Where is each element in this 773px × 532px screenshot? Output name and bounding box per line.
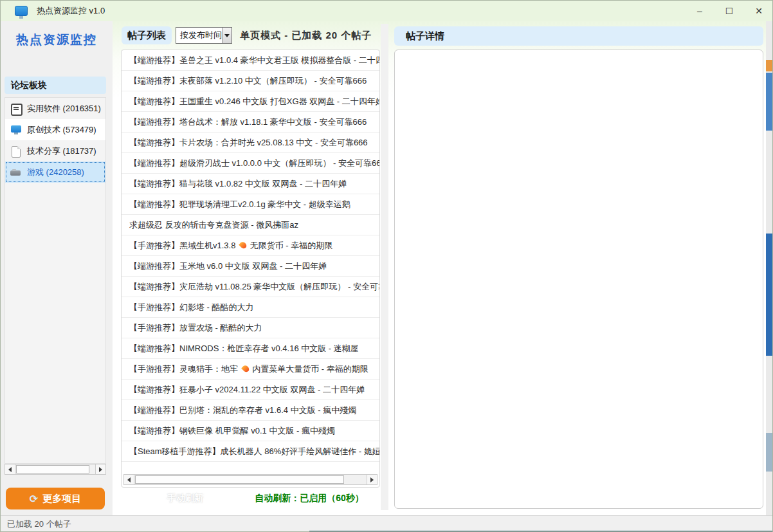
sidebar-item-icon bbox=[10, 167, 22, 178]
window-title: 热点资源监控 v1.0 bbox=[37, 5, 105, 17]
post-list-item[interactable]: 【端游推荐】圣兽之王 v1.0.4 豪华中文君王版 模拟器整合版 - 二十四年婵 bbox=[122, 50, 379, 71]
sidebar-item-icon bbox=[10, 145, 22, 157]
sidebar-horizontal-scrollbar[interactable] bbox=[5, 464, 106, 475]
triangle-right-icon bbox=[99, 467, 102, 472]
post-list-horizontal-scrollbar[interactable] bbox=[123, 474, 377, 485]
triangle-left-icon bbox=[127, 477, 131, 482]
post-list-item[interactable]: 【端游推荐】猫与花毯 v1.0.82 中文版 双网盘 - 二十四年婵 bbox=[122, 174, 379, 194]
app-monitor-icon bbox=[15, 6, 28, 16]
post-list-item[interactable]: 【手游推荐】幻影塔 - 酷酷的大力 bbox=[122, 297, 379, 318]
fire-icon bbox=[239, 241, 248, 250]
sidebar-item[interactable]: 游戏 (2420258) bbox=[5, 161, 105, 183]
post-list: 【端游推荐】圣兽之王 v1.0.4 豪华中文君王版 模拟器整合版 - 二十四年婵… bbox=[121, 50, 380, 488]
post-list-item[interactable]: 【端游推荐】钢铁巨像 机甲觉醒 v0.1 中文版 - 瘋中殘燭 bbox=[122, 421, 379, 441]
scrollbar-thumb[interactable] bbox=[135, 475, 344, 484]
dropdown-arrow-button[interactable] bbox=[222, 28, 232, 43]
post-list-item[interactable]: 【端游推荐】狂暴小子 v2024.11.22 中文版 双网盘 - 二十四年婵 bbox=[122, 380, 379, 400]
forum-section-label: 论坛板块 bbox=[5, 77, 106, 94]
post-list-item[interactable]: 【手游推荐】放置农场 - 酷酷的大力 bbox=[122, 318, 379, 338]
fire-icon bbox=[241, 364, 250, 373]
sidebar-item[interactable]: 技术分享 (181737) bbox=[5, 140, 105, 161]
post-list-item[interactable]: 【端游推荐】NIMRODS：枪匠幸存者 v0.4.16 中文版 - 迷糊屋 bbox=[122, 338, 379, 359]
post-list-header-label: 帖子列表 bbox=[122, 26, 172, 44]
sidebar: 热点资源监控 论坛板块 实用软件 (2016351) 原创技术 (573479)… bbox=[1, 21, 113, 515]
sidebar-app-title: 热点资源监控 bbox=[1, 32, 113, 48]
refresh-icon: ⟳ bbox=[30, 493, 38, 505]
scroll-left-button[interactable] bbox=[5, 464, 15, 474]
title-bar: 热点资源监控 v1.0 – ☐ ✕ bbox=[1, 1, 773, 21]
post-list-item[interactable]: 求超级忍 反攻的斩击夸克盘资源 - 微风拂面az bbox=[122, 215, 379, 235]
manual-refresh-button[interactable]: 手动刷新 bbox=[143, 491, 227, 506]
window-controls: – ☐ ✕ bbox=[685, 1, 773, 21]
auto-refresh-status: 自动刷新：已启用（60秒） bbox=[242, 493, 377, 504]
scroll-right-button[interactable] bbox=[95, 464, 105, 474]
status-bar: 已加载 20 个帖子 bbox=[1, 515, 773, 532]
post-list-item[interactable]: 【Steam移植手游推荐】成长机器人 86%好评手绘风解谜佳作 - 姽姮词 bbox=[122, 441, 379, 462]
detail-panel-header: 帖子详情 bbox=[394, 26, 763, 46]
desktop-edge-strip bbox=[766, 21, 773, 515]
post-list-item[interactable]: 【手游推荐】黑域生机v1.3.8 无限货币 - 幸福的期限 bbox=[122, 235, 379, 256]
post-list-item[interactable]: 【端游推荐】超级滑刃战士 v1.0.0.0 中文（解压即玩） - 安全可靠666 bbox=[122, 153, 379, 174]
sidebar-item[interactable]: 原创技术 (573479) bbox=[5, 119, 105, 140]
sidebar-item-label: 原创技术 (573479) bbox=[27, 124, 96, 136]
sidebar-item-label: 游戏 (2420258) bbox=[27, 167, 84, 178]
post-list-item[interactable]: 【端游推荐】犯罪现场清理工v2.0.1g 豪华中文 - 超级幸运鹅 bbox=[122, 194, 379, 215]
close-button[interactable]: ✕ bbox=[744, 1, 773, 21]
status-text: 已加载 20 个帖子 bbox=[7, 518, 71, 530]
post-list-item[interactable]: 【端游推荐】玉米地 v6.0 中文版 双网盘 - 二十四年婵 bbox=[122, 256, 379, 277]
sidebar-item[interactable]: 实用软件 (2016351) bbox=[5, 98, 105, 119]
scroll-left-button[interactable] bbox=[124, 475, 134, 484]
post-list-item[interactable]: 【端游推荐】末夜部落 v1.2.10 中文（解压即玩） - 安全可靠666 bbox=[122, 71, 379, 91]
sidebar-item-label: 技术分享 (181737) bbox=[27, 145, 96, 157]
mode-status-text: 单页模式 - 已加载 20 个帖子 bbox=[240, 30, 372, 42]
sidebar-item-icon bbox=[10, 124, 22, 136]
post-list-item[interactable]: 【端游推荐】灾厄浩劫 v11.08.25 豪华中文版（解压即玩） - 安全可靠6… bbox=[122, 277, 379, 297]
detail-panel-content bbox=[394, 50, 763, 509]
triangle-right-icon bbox=[370, 477, 374, 482]
minimize-button[interactable]: – bbox=[685, 1, 714, 21]
maximize-button[interactable]: ☐ bbox=[714, 1, 744, 21]
forum-board-list: 实用软件 (2016351) 原创技术 (573479) 技术分享 (18173… bbox=[5, 97, 106, 464]
chevron-down-icon bbox=[224, 34, 230, 37]
triangle-left-icon bbox=[8, 467, 12, 472]
sidebar-item-icon bbox=[10, 103, 22, 115]
post-list-item[interactable]: 【端游推荐】王国重生 v0.246 中文版 打包XG器 双网盘 - 二十四年婵 bbox=[122, 91, 379, 112]
post-list-item[interactable]: 【端游推荐】卡片农场：合并时光 v25.08.13 中文 - 安全可靠666 bbox=[122, 133, 379, 153]
sort-dropdown[interactable]: 按发布时间 bbox=[176, 27, 232, 44]
post-list-item[interactable]: 【端游推荐】塔台战术：解放 v1.18.1 豪华中文版 - 安全可靠666 bbox=[122, 112, 379, 133]
sidebar-item-label: 实用软件 (2016351) bbox=[27, 103, 101, 115]
panel-splitter[interactable] bbox=[381, 24, 388, 510]
more-projects-label: 更多项目 bbox=[42, 493, 81, 505]
scroll-right-button[interactable] bbox=[367, 475, 377, 484]
sort-dropdown-value: 按发布时间 bbox=[176, 30, 222, 41]
post-list-item[interactable]: 【端游推荐】巴别塔：混乱的幸存者 v1.6.4 中文版 - 瘋中殘燭 bbox=[122, 400, 379, 421]
more-projects-button[interactable]: ⟳ 更多项目 bbox=[6, 488, 105, 509]
post-list-item[interactable]: 【手游推荐】灵魂猎手：地牢 内置菜单大量货币 - 幸福的期限 bbox=[122, 359, 379, 380]
app-window: 热点资源监控 v1.0 – ☐ ✕ 热点资源监控 论坛板块 实用软件 (2016… bbox=[0, 0, 773, 532]
scrollbar-thumb[interactable] bbox=[16, 465, 89, 473]
